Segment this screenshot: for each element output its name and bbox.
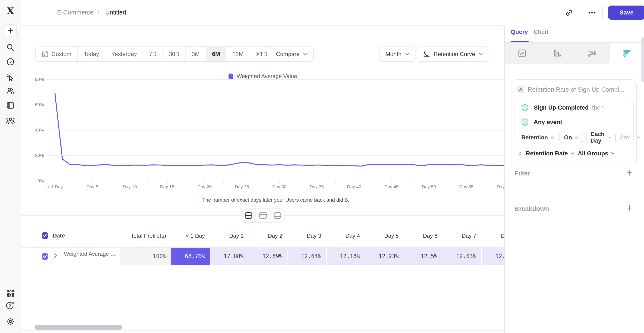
breadcrumb-page-title[interactable]: Untitled — [105, 9, 126, 16]
report-tab-insights[interactable] — [505, 43, 540, 64]
column-header[interactable]: < 1 Day — [171, 232, 210, 239]
horizontal-scrollbar-thumb[interactable] — [34, 325, 122, 329]
chart-type-dropdown[interactable]: Retention Curve — [416, 47, 489, 62]
column-header[interactable]: Day 4 — [326, 232, 365, 239]
retention-value-cell[interactable]: 12.18% — [326, 248, 365, 265]
compare-button[interactable]: Compare — [270, 47, 314, 62]
search-icon[interactable] — [5, 42, 16, 53]
split-view-button[interactable] — [242, 209, 256, 222]
retention-value-cell[interactable]: 12.23% — [365, 248, 404, 265]
add-breakdown-button[interactable] — [626, 204, 633, 212]
report-tab-flows[interactable] — [574, 43, 610, 64]
column-header[interactable]: Day 8 — [481, 232, 504, 239]
range-today[interactable]: Today — [78, 47, 106, 61]
report-tab-retention-selected[interactable] — [610, 43, 644, 64]
retention-value-cell[interactable]: 68.76% — [171, 248, 210, 265]
granularity-dropdown[interactable]: Month — [379, 47, 416, 62]
column-header[interactable]: Total Profile(s) — [120, 232, 171, 239]
chevron-down-icon — [303, 53, 307, 56]
column-header[interactable]: Day 2 — [249, 232, 288, 239]
x-axis-tick — [466, 181, 467, 182]
x-axis-tick — [410, 181, 410, 182]
range-custom[interactable]: Custom — [36, 47, 78, 61]
x-axis-tick — [373, 181, 373, 182]
query-step-card: A Retention Rate of Sign Up Compl... Sig… — [512, 79, 637, 165]
groups-dropdown[interactable]: All Groups — [578, 150, 614, 157]
add-filter-button[interactable] — [626, 169, 633, 177]
chevron-down-icon — [478, 53, 483, 56]
y-axis-tick-label: 20% — [26, 153, 44, 158]
select-all-checkbox[interactable] — [42, 232, 48, 239]
range-30d[interactable]: 30D — [163, 47, 186, 61]
save-button[interactable]: Save — [608, 6, 644, 20]
on-dropdown-button[interactable]: On — [560, 132, 583, 143]
metric-dropdown[interactable]: Retention Rate — [526, 150, 574, 157]
range-label: 6M — [212, 51, 220, 58]
retention-value-cell[interactable]: 12.5% — [404, 248, 442, 265]
advanced-dropdown[interactable]: Adv... — [620, 134, 640, 141]
column-header[interactable]: Day 6 — [404, 232, 442, 239]
x-axis-tick — [186, 181, 186, 182]
user-group-icon[interactable] — [5, 115, 16, 126]
chevron-down-icon — [574, 136, 578, 139]
copy-link-icon[interactable] — [564, 7, 574, 18]
step-title[interactable]: Retention Rate of Sign Up Compl... — [528, 86, 630, 93]
tab-query[interactable]: Query — [511, 29, 528, 35]
settings-gear-icon[interactable] — [5, 316, 16, 327]
retention-value-cell[interactable]: 12.89% — [249, 248, 288, 265]
column-header[interactable]: Day 5 — [365, 232, 404, 239]
chevron-down-icon — [570, 152, 574, 155]
range-label: Custom — [52, 51, 71, 58]
row-checkbox[interactable] — [42, 253, 48, 260]
panel-scrollbar-thumb[interactable] — [642, 37, 644, 82]
content-bottom-border — [21, 330, 504, 331]
chart-legend[interactable]: Weighted Average Value — [21, 73, 504, 80]
table-row-label[interactable]: Weighted Average ... — [64, 251, 118, 257]
date-column-header[interactable]: Date — [53, 232, 65, 239]
breakdown-section-heading: Breakdown — [514, 205, 549, 212]
apps-grid-icon[interactable] — [5, 288, 16, 299]
x-axis-tick — [204, 181, 205, 182]
retention-type-dropdown[interactable]: Retention — [521, 134, 554, 141]
y-axis-tick-label: 80% — [26, 77, 44, 82]
granularity-label: Month — [386, 51, 402, 58]
column-header[interactable]: Day 7 — [442, 232, 481, 239]
each-day-dropdown-button[interactable]: Each Day — [586, 132, 616, 143]
step-badge: A — [517, 86, 524, 93]
mixpanel-logo-icon[interactable]: X — [5, 6, 16, 17]
retention-value-cell[interactable]: 12.66% — [481, 248, 504, 265]
tab-chart[interactable]: Chart — [534, 29, 548, 35]
users-icon[interactable] — [5, 85, 16, 96]
range-yesterday[interactable]: Yesterday — [106, 47, 143, 61]
range-12m[interactable]: 12M — [226, 47, 250, 61]
chart-top-view-button[interactable] — [256, 209, 270, 222]
report-tab-funnels[interactable] — [540, 43, 574, 64]
breadcrumb-separator: / — [98, 9, 99, 16]
range-6m[interactable]: 6M — [206, 47, 226, 61]
retention-line-chart[interactable]: The number of exact days later your User… — [47, 79, 504, 181]
more-options-ellipsis-icon[interactable] — [586, 7, 598, 18]
second-event-row[interactable]: Any event — [521, 118, 562, 126]
table-bottom-view-button[interactable] — [270, 209, 284, 222]
y-axis-tick-label: 40% — [26, 128, 44, 133]
column-header[interactable]: Day 1 — [210, 232, 249, 239]
help-icon[interactable]: ? — [5, 300, 16, 311]
retention-value-cell[interactable]: 12.63% — [442, 248, 481, 265]
range-3m[interactable]: 3M — [186, 47, 206, 61]
magic-cursor-icon[interactable] — [5, 71, 16, 82]
boards-icon[interactable] — [5, 100, 16, 111]
row-expand-chevron-icon[interactable] — [54, 253, 57, 258]
range-label: 12M — [232, 51, 244, 58]
create-new-button[interactable] — [4, 24, 17, 37]
chart-type-label: Retention Curve — [434, 51, 475, 58]
first-event-row[interactable]: Sign Up Completed then — [521, 104, 604, 112]
retention-value-cell[interactable]: 17.08% — [210, 248, 249, 265]
breadcrumb-project[interactable]: E-Commerce — [57, 9, 94, 16]
range-7d[interactable]: 7D — [143, 47, 163, 61]
flows-icon — [588, 50, 596, 57]
range-label: Today — [84, 51, 99, 58]
retention-value-cell[interactable]: 100% — [120, 248, 171, 265]
column-header[interactable]: Day 3 — [288, 232, 326, 239]
retention-value-cell[interactable]: 12.64% — [288, 248, 326, 265]
compass-icon[interactable] — [5, 56, 16, 67]
